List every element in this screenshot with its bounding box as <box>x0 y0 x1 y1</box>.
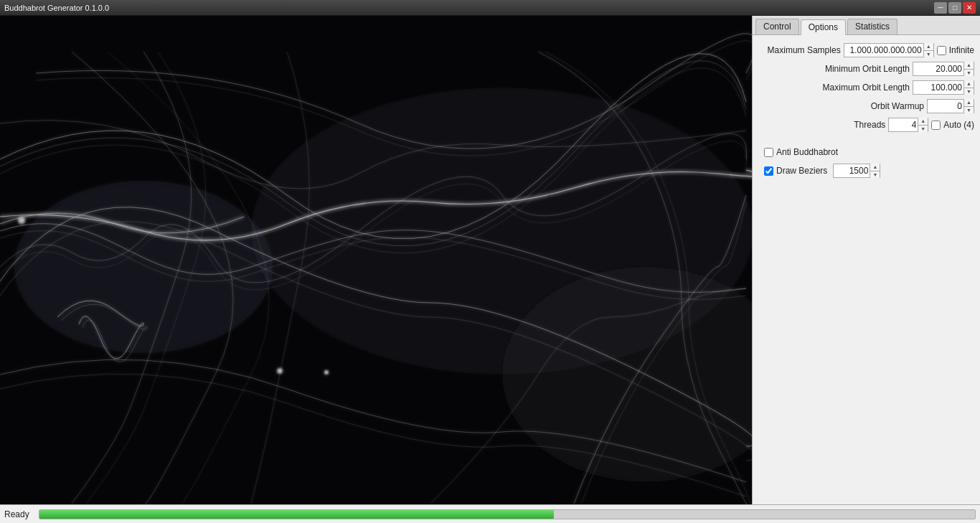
separator <box>758 136 974 141</box>
orbit-warmup-label: Orbit Warmup <box>871 101 924 111</box>
draw-beziers-row: Draw Beziers ▲ ▼ <box>758 163 974 179</box>
threads-input[interactable] <box>889 120 918 130</box>
draw-beziers-down[interactable]: ▼ <box>870 171 880 179</box>
anti-buddhabrot-checkbox-label[interactable]: Anti Buddhabrot <box>764 147 838 157</box>
tab-bar: Control Options Statistics <box>753 16 980 35</box>
tab-options[interactable]: Options <box>801 19 846 35</box>
infinite-label: Infinite <box>949 45 974 55</box>
progress-bar <box>39 510 554 519</box>
threads-row: Threads ▲ ▼ Auto (4) <box>758 117 974 133</box>
anti-buddhabrot-checkbox[interactable] <box>764 148 773 157</box>
draw-beziers-spinbox: ▲ ▼ <box>833 164 880 178</box>
draw-beziers-arrows: ▲ ▼ <box>870 164 880 178</box>
draw-beziers-checkbox[interactable] <box>764 166 773 176</box>
minimum-orbit-row: Minimum Orbit Length ▲ ▼ <box>758 61 974 77</box>
draw-beziers-checkbox-label[interactable]: Draw Beziers <box>764 166 827 176</box>
maximum-samples-up[interactable]: ▲ <box>924 43 933 51</box>
threads-arrows: ▲ ▼ <box>918 118 928 132</box>
anti-buddhabrot-label: Anti Buddhabrot <box>776 147 838 157</box>
maximum-orbit-spinbox: ▲ ▼ <box>913 80 974 95</box>
titlebar-controls: ─ □ ✕ <box>934 2 976 14</box>
anti-buddhabrot-row: Anti Buddhabrot <box>758 144 974 160</box>
orbit-warmup-down[interactable]: ▼ <box>964 107 974 114</box>
minimum-orbit-up[interactable]: ▲ <box>964 62 974 70</box>
auto-checkbox[interactable] <box>931 121 941 130</box>
close-button[interactable]: ✕ <box>963 2 976 14</box>
statusbar: Ready <box>0 504 980 523</box>
maximum-samples-row: Maximum Samples ▲ ▼ Infinite <box>758 42 974 58</box>
svg-point-1 <box>14 181 273 353</box>
svg-point-7 <box>276 367 283 374</box>
minimum-orbit-arrows: ▲ ▼ <box>963 62 974 76</box>
maximum-orbit-down[interactable]: ▼ <box>964 88 974 95</box>
draw-beziers-label: Draw Beziers <box>776 166 827 176</box>
draw-beziers-input[interactable] <box>834 166 870 176</box>
main-content: Control Options Statistics Maximum Sampl… <box>0 16 980 504</box>
maximum-orbit-label: Maximum Orbit Length <box>823 83 910 93</box>
auto-label: Auto (4) <box>943 120 974 130</box>
tab-statistics[interactable]: Statistics <box>847 19 897 34</box>
maximum-samples-down[interactable]: ▼ <box>924 51 933 58</box>
right-panel: Control Options Statistics Maximum Sampl… <box>752 16 980 504</box>
maximum-orbit-up[interactable]: ▲ <box>964 80 974 88</box>
minimum-orbit-down[interactable]: ▼ <box>964 70 974 77</box>
auto-checkbox-label[interactable]: Auto (4) <box>931 120 974 130</box>
minimum-orbit-input[interactable] <box>913 64 963 74</box>
orbit-warmup-input[interactable] <box>928 101 963 111</box>
maximize-button[interactable]: □ <box>948 2 961 14</box>
threads-label: Threads <box>854 120 885 130</box>
minimum-orbit-label: Minimum Orbit Length <box>825 64 910 74</box>
maximum-samples-label: Maximum Samples <box>768 45 841 55</box>
status-text: Ready <box>4 509 33 519</box>
maximum-samples-input[interactable] <box>844 45 923 55</box>
svg-point-9 <box>324 369 329 375</box>
orbit-warmup-arrows: ▲ ▼ <box>963 99 974 113</box>
threads-spinbox: ▲ ▼ <box>888 118 928 132</box>
orbit-warmup-row: Orbit Warmup ▲ ▼ <box>758 98 974 114</box>
minimum-orbit-spinbox: ▲ ▼ <box>913 62 974 76</box>
canvas-area <box>0 16 752 504</box>
progress-container <box>39 509 976 519</box>
maximum-orbit-input[interactable] <box>913 83 963 93</box>
buddhabrot-visualization <box>0 16 752 504</box>
maximum-samples-arrows: ▲ ▼ <box>923 43 933 57</box>
tab-control[interactable]: Control <box>755 19 799 34</box>
maximum-orbit-row: Maximum Orbit Length ▲ ▼ <box>758 80 974 95</box>
titlebar: Buddhabrot Generator 0.1.0.0 ─ □ ✕ <box>0 0 980 16</box>
orbit-warmup-up[interactable]: ▲ <box>964 99 974 107</box>
infinite-checkbox-label[interactable]: Infinite <box>937 45 974 55</box>
draw-beziers-up[interactable]: ▲ <box>870 164 880 171</box>
threads-down[interactable]: ▼ <box>918 126 928 133</box>
infinite-checkbox[interactable] <box>937 46 946 55</box>
maximum-samples-spinbox: ▲ ▼ <box>844 43 934 57</box>
options-panel: Maximum Samples ▲ ▼ Infinite Minimum Orb… <box>753 35 980 186</box>
orbit-warmup-spinbox: ▲ ▼ <box>927 99 974 113</box>
maximum-orbit-arrows: ▲ ▼ <box>963 80 974 95</box>
minimize-button[interactable]: ─ <box>934 2 947 14</box>
window-title: Buddhabrot Generator 0.1.0.0 <box>4 4 109 12</box>
threads-up[interactable]: ▲ <box>918 118 928 126</box>
